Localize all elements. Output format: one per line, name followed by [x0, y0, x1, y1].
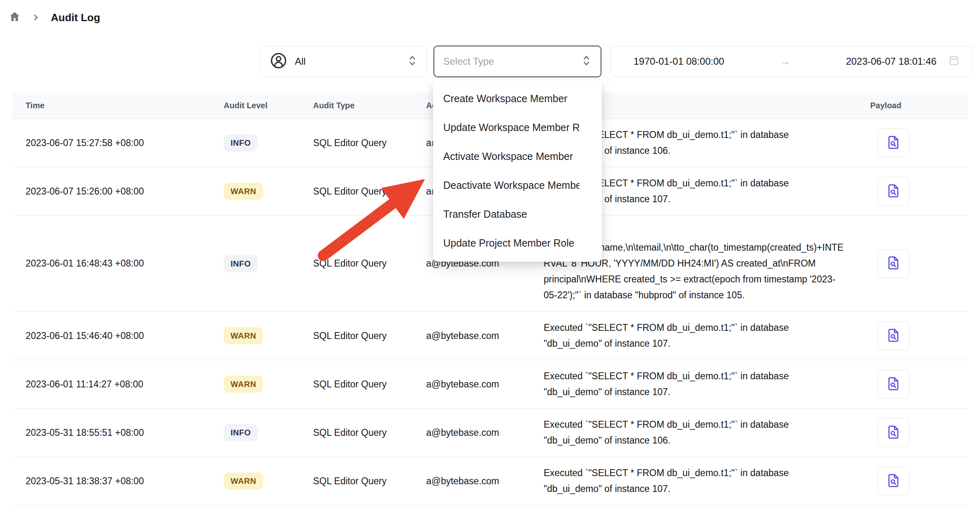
- time-cell: 2023-06-01 16:48:43 +08:00: [13, 258, 224, 269]
- table-row: 2023-05-31 18:38:37 +08:00 WARN SQL Edit…: [13, 457, 967, 505]
- column-header-audit-type: Audit Type: [313, 101, 426, 110]
- payload-cell: [870, 249, 967, 278]
- payload-cell: [870, 177, 967, 206]
- table-row: 2023-05-31 18:55:51 +08:00 INFO SQL Edit…: [13, 409, 967, 457]
- payload-cell: [870, 418, 967, 447]
- comment-cell: Executed `"SELECT * FROM db_ui_demo.t1;"…: [544, 409, 870, 457]
- home-icon[interactable]: [9, 11, 21, 24]
- view-payload-button[interactable]: [878, 370, 909, 398]
- audit-level-badge: WARN: [224, 327, 263, 344]
- actor-cell: a@bytebase.com: [426, 330, 544, 341]
- audit-type-cell: SQL Editor Query: [313, 330, 426, 341]
- time-cell: 2023-06-07 15:27:58 +08:00: [13, 138, 224, 149]
- table-row: 2023-06-01 15:46:40 +08:00 WARN SQL Edit…: [13, 312, 967, 360]
- payload-cell: [870, 129, 967, 157]
- comment-cell: Executed `"SELECT * FROM db_ui_demo.t1;"…: [544, 457, 870, 505]
- payload-cell: [870, 321, 967, 350]
- type-filter-select[interactable]: Select Type: [433, 46, 601, 77]
- dropdown-menu-item[interactable]: Deactivate Workspace Member: [433, 171, 602, 200]
- file-search-icon: [885, 182, 902, 201]
- date-range-picker[interactable]: 1970-01-01 08:00:00 → 2023-06-07 18:01:4…: [611, 46, 973, 77]
- breadcrumb: Audit Log: [9, 11, 100, 24]
- select-chevrons-icon: [581, 55, 592, 68]
- time-cell: 2023-06-01 11:14:27 +08:00: [13, 379, 224, 390]
- audit-level-cell: INFO: [224, 255, 313, 272]
- audit-level-cell: WARN: [224, 472, 313, 490]
- audit-level-cell: INFO: [224, 134, 313, 151]
- comment-cell: Executed `"SELECT * FROM db_ui_demo.t1;"…: [544, 312, 870, 360]
- audit-type-cell: SQL Editor Query: [313, 258, 426, 269]
- date-range-end[interactable]: 2023-06-07 18:01:46: [846, 56, 936, 67]
- view-payload-button[interactable]: [878, 177, 909, 206]
- audit-level-cell: INFO: [224, 424, 313, 441]
- person-circle-icon: [270, 52, 287, 71]
- payload-cell: [870, 467, 967, 495]
- time-cell: 2023-06-07 15:26:00 +08:00: [13, 186, 224, 197]
- time-cell: 2023-06-01 15:46:40 +08:00: [13, 330, 224, 341]
- file-search-icon: [885, 327, 902, 345]
- date-range-start[interactable]: 1970-01-01 08:00:00: [634, 56, 724, 67]
- view-payload-button[interactable]: [878, 321, 909, 350]
- dropdown-menu-item[interactable]: Update Project Member Role: [433, 229, 602, 258]
- audit-type-cell: SQL Editor Query: [313, 138, 426, 149]
- actor-cell: a@bytebase.com: [426, 427, 544, 438]
- select-chevrons-icon: [407, 55, 418, 68]
- actor-filter-select[interactable]: All: [259, 46, 427, 77]
- audit-level-badge: WARN: [224, 376, 263, 393]
- payload-cell: [870, 370, 967, 398]
- audit-level-cell: WARN: [224, 376, 313, 393]
- time-cell: 2023-05-31 18:38:37 +08:00: [13, 476, 224, 487]
- audit-level-badge: WARN: [224, 472, 263, 490]
- audit-type-cell: SQL Editor Query: [313, 379, 426, 390]
- view-payload-button[interactable]: [878, 249, 909, 278]
- audit-level-cell: WARN: [224, 183, 313, 200]
- view-payload-button[interactable]: [878, 467, 909, 495]
- column-header-payload: Payload: [870, 101, 967, 110]
- column-header-audit-level: Audit Level: [224, 101, 313, 110]
- audit-type-cell: SQL Editor Query: [313, 476, 426, 487]
- audit-level-badge: INFO: [224, 134, 258, 151]
- dropdown-menu-item[interactable]: Transfer Database: [433, 200, 602, 229]
- view-payload-button[interactable]: [878, 418, 909, 447]
- dropdown-menu-item[interactable]: Update Workspace Member Role: [433, 113, 602, 142]
- comment-cell: Executed `"SELECT * FROM db_ui_demo.t1;"…: [544, 360, 870, 408]
- chevron-right-icon: [31, 13, 40, 22]
- dropdown-menu-item[interactable]: Create Workspace Member: [433, 84, 602, 113]
- time-cell: 2023-05-31 18:55:51 +08:00: [13, 427, 224, 438]
- file-search-icon: [885, 424, 902, 442]
- view-payload-button[interactable]: [878, 129, 909, 157]
- file-search-icon: [885, 472, 902, 490]
- arrow-right-icon: →: [724, 55, 846, 68]
- calendar-icon: [948, 54, 960, 69]
- file-search-icon: [885, 375, 902, 394]
- audit-level-badge: INFO: [224, 424, 258, 441]
- actor-filter-value: All: [295, 56, 306, 67]
- file-search-icon: [885, 254, 902, 273]
- dropdown-menu-item[interactable]: Activate Workspace Member: [433, 142, 602, 171]
- table-row: 2023-06-01 11:14:27 +08:00 WARN SQL Edit…: [13, 360, 967, 409]
- page-title: Audit Log: [51, 11, 100, 24]
- audit-level-badge: INFO: [224, 255, 258, 272]
- audit-level-cell: WARN: [224, 327, 313, 344]
- audit-type-cell: SQL Editor Query: [313, 186, 426, 197]
- type-dropdown-menu: Create Workspace Member Update Workspace…: [433, 80, 602, 262]
- actor-cell: a@bytebase.com: [426, 476, 544, 487]
- actor-cell: a@bytebase.com: [426, 379, 544, 390]
- audit-level-badge: WARN: [224, 183, 263, 200]
- type-filter-placeholder: Select Type: [443, 56, 494, 67]
- column-header-time: Time: [13, 101, 224, 110]
- file-search-icon: [885, 134, 902, 152]
- audit-type-cell: SQL Editor Query: [313, 427, 426, 438]
